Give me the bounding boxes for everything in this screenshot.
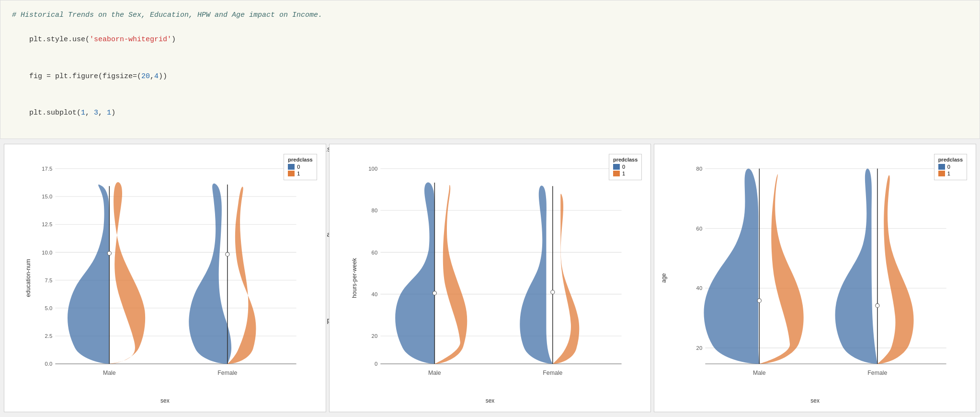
- svg-text:17.5: 17.5: [42, 166, 52, 172]
- code-line3: fig = plt.figure(figsize=(20,4)): [12, 58, 968, 95]
- chart2-legend-item-0: 0: [613, 164, 638, 170]
- chart2-label-1: 1: [622, 171, 625, 176]
- svg-text:40: 40: [696, 285, 703, 291]
- svg-text:Female: Female: [543, 370, 562, 376]
- chart-hours: predclass 0 1 hours-per-week sex 0 20 4: [329, 144, 651, 412]
- chart2-swatch-0: [613, 164, 620, 170]
- svg-text:Male: Male: [428, 370, 441, 376]
- svg-text:12.5: 12.5: [42, 221, 52, 227]
- chart1-ylabel: education-num: [25, 259, 32, 297]
- svg-text:10.0: 10.0: [42, 249, 52, 255]
- chart3-ylabel: age: [661, 273, 667, 283]
- chart3-label-1: 1: [947, 171, 950, 176]
- svg-point-18: [107, 251, 111, 255]
- svg-point-37: [433, 291, 436, 295]
- svg-text:Female: Female: [217, 370, 237, 376]
- svg-text:40: 40: [371, 291, 377, 297]
- chart3-svg: 20 40 60 80 Male Female: [681, 159, 966, 388]
- svg-text:80: 80: [696, 166, 703, 172]
- svg-text:60: 60: [371, 249, 377, 255]
- svg-text:15.0: 15.0: [42, 194, 52, 199]
- chart1-swatch-0: [288, 164, 295, 170]
- chart3-xlabel: sex: [810, 397, 820, 404]
- svg-text:20: 20: [371, 333, 377, 339]
- chart2-label-0: 0: [622, 164, 625, 170]
- charts-area: predclass 0 1 education-num sex: [0, 139, 980, 417]
- svg-text:Male: Male: [753, 370, 766, 376]
- chart1-swatch-1: [288, 171, 295, 176]
- chart1-xlabel: sex: [160, 397, 170, 404]
- svg-text:20: 20: [696, 345, 703, 351]
- code-line2: plt.style.use('seaborn-whitegrid'): [12, 22, 968, 58]
- svg-point-39: [550, 290, 554, 294]
- chart1-label-0: 0: [297, 164, 300, 170]
- svg-text:100: 100: [368, 166, 377, 172]
- svg-text:60: 60: [696, 226, 703, 232]
- chart1-svg: 0.0 2.5 5.0 7.5 10.0 12.5 15.0 17.5: [31, 159, 316, 388]
- chart2-legend: predclass 0 1: [609, 154, 642, 180]
- chart2-svg: 0 20 40 60 80 100 Male Female: [356, 159, 641, 388]
- chart2-swatch-1: [613, 171, 620, 176]
- svg-text:5.0: 5.0: [45, 305, 52, 311]
- chart1-legend-item-1: 1: [288, 171, 312, 176]
- svg-point-54: [876, 303, 879, 307]
- chart1-legend-title: predclass: [288, 157, 312, 162]
- svg-text:2.5: 2.5: [45, 333, 52, 339]
- code-block: # Historical Trends on the Sex, Educatio…: [0, 0, 980, 139]
- svg-text:Male: Male: [103, 370, 116, 376]
- svg-text:0: 0: [375, 361, 377, 367]
- chart3-legend: predclass 0 1: [934, 154, 967, 180]
- chart3-swatch-1: [938, 171, 945, 176]
- svg-text:Female: Female: [868, 370, 888, 376]
- svg-point-20: [226, 252, 229, 256]
- chart3-label-0: 0: [947, 164, 950, 170]
- chart3-legend-item-0: 0: [938, 164, 963, 170]
- svg-text:7.5: 7.5: [45, 278, 52, 283]
- code-line4: plt.subplot(1, 3, 1): [12, 95, 968, 132]
- chart2-legend-item-1: 1: [613, 171, 638, 176]
- chart-age: predclass 0 1 age sex 20 40 60 80: [654, 144, 976, 412]
- svg-text:0.0: 0.0: [45, 361, 52, 367]
- svg-text:80: 80: [371, 208, 377, 213]
- chart1-legend-item-0: 0: [288, 164, 312, 170]
- chart3-legend-item-1: 1: [938, 171, 963, 176]
- chart1-legend: predclass 0 1: [284, 154, 317, 180]
- chart2-xlabel: sex: [486, 397, 495, 404]
- chart1-label-1: 1: [297, 171, 300, 176]
- chart3-legend-title: predclass: [938, 157, 963, 162]
- chart3-swatch-0: [938, 164, 945, 170]
- svg-point-52: [758, 299, 762, 302]
- code-comment-line1: # Historical Trends on the Sex, Educatio…: [12, 9, 968, 22]
- chart2-legend-title: predclass: [613, 157, 638, 162]
- chart-education: predclass 0 1 education-num sex: [4, 144, 326, 412]
- chart2-ylabel: hours-per-week: [351, 258, 357, 298]
